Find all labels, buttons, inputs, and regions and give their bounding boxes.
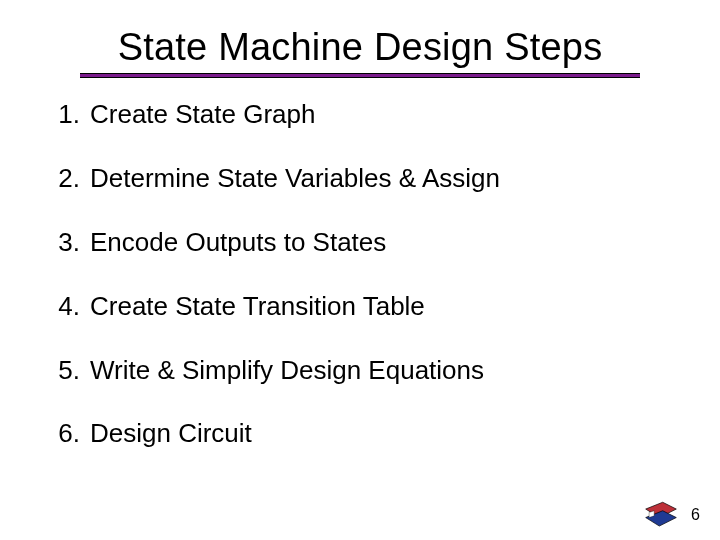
page-number: 6 [691, 506, 700, 524]
list-item: 4. Create State Transition Table [46, 292, 680, 322]
list-item-number: 2. [46, 164, 90, 194]
list-item-number: 6. [46, 419, 90, 449]
flag-icon [644, 500, 678, 530]
list-item-text: Determine State Variables & Assign [90, 164, 500, 194]
list-item: 5. Write & Simplify Design Equations [46, 356, 680, 386]
list-item-text: Create State Transition Table [90, 292, 425, 322]
list-item: 3. Encode Outputs to States [46, 228, 680, 258]
slide-title: State Machine Design Steps [118, 26, 603, 69]
list-item-number: 5. [46, 356, 90, 386]
list-item-number: 4. [46, 292, 90, 322]
title-wrap: State Machine Design Steps [40, 26, 680, 69]
list-item-number: 3. [46, 228, 90, 258]
list-item: 6. Design Circuit [46, 419, 680, 449]
list-item-text: Encode Outputs to States [90, 228, 386, 258]
slide: State Machine Design Steps 1. Create Sta… [0, 0, 720, 540]
list-item: 1. Create State Graph [46, 100, 680, 130]
list-item-text: Write & Simplify Design Equations [90, 356, 484, 386]
title-underline-bar [80, 73, 640, 78]
title-underline [80, 73, 640, 78]
list-item-text: Design Circuit [90, 419, 252, 449]
list-item: 2. Determine State Variables & Assign [46, 164, 680, 194]
list-item-number: 1. [46, 100, 90, 130]
steps-list: 1. Create State Graph 2. Determine State… [46, 100, 680, 449]
list-item-text: Create State Graph [90, 100, 315, 130]
